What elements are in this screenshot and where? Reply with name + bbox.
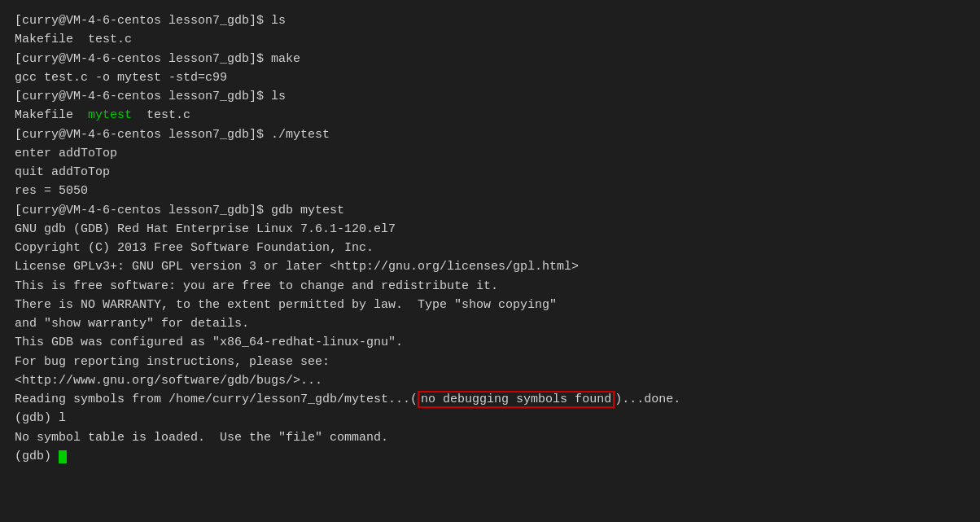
line-text: License GPLv3+: GNU GPL version 3 or lat… [15,260,579,274]
line-text: (gdb) l [15,411,66,425]
line-text: GNU gdb (GDB) Red Hat Enterprise Linux 7… [15,222,396,236]
terminal-line: enter addToTop [15,144,965,163]
terminal-line: For bug reporting instructions, please s… [15,353,965,371]
terminal-line: This is free software: you are free to c… [15,277,965,296]
line-text: This GDB was configured as "x86_64-redha… [15,336,403,349]
line-text: This is free software: you are free to c… [15,279,498,293]
line-text: Makefile test.c [15,33,132,46]
line-text: res = 5050 [15,184,88,198]
line-text: [curry@VM-4-6-centos lesson7_gdb]$ ls [15,14,286,28]
line-text: quit addToTop [15,165,110,179]
line-text-before: Reading symbols from /home/curry/lesson7… [15,393,418,406]
line-text: Makefile mytest test.c [15,108,190,122]
terminal-line: quit addToTop [15,163,965,182]
terminal-line: No symbol table is loaded. Use the "file… [15,428,965,447]
terminal-cursor [59,450,67,463]
executable-file: mytest [88,108,132,122]
terminal-line: and "show warranty" for details. [15,314,965,333]
terminal-line: [curry@VM-4-6-centos lesson7_gdb]$ ls [15,11,965,30]
prompt-text: (gdb) [15,450,59,463]
line-text: [curry@VM-4-6-centos lesson7_gdb]$ gdb m… [15,204,344,217]
terminal-line: GNU gdb (GDB) Red Hat Enterprise Linux 7… [15,220,965,239]
terminal-window: [curry@VM-4-6-centos lesson7_gdb]$ ls Ma… [0,0,980,522]
line-text: No symbol table is loaded. Use the "file… [15,431,388,445]
line-text: [curry@VM-4-6-centos lesson7_gdb]$ ./myt… [15,128,330,142]
terminal-line: gcc test.c -o mytest -std=c99 [15,68,965,87]
terminal-line-symbols: Reading symbols from /home/curry/lesson7… [15,390,965,409]
terminal-line: (gdb) l [15,409,965,428]
terminal-line: There is NO WARRANTY, to the extent perm… [15,296,965,314]
line-text: enter addToTop [15,147,117,160]
line-text: <http://www.gnu.org/software/gdb/bugs/>.… [15,374,322,388]
terminal-line: [curry@VM-4-6-centos lesson7_gdb]$ ./myt… [15,125,965,144]
no-debug-symbols-warning: no debugging symbols found [418,391,615,408]
terminal-line: res = 5050 [15,182,965,200]
terminal-line: This GDB was configured as "x86_64-redha… [15,333,965,352]
terminal-line: License GPLv3+: GNU GPL version 3 or lat… [15,257,965,276]
line-text: For bug reporting instructions, please s… [15,355,330,369]
terminal-line: [curry@VM-4-6-centos lesson7_gdb]$ gdb m… [15,201,965,220]
terminal-line: [curry@VM-4-6-centos lesson7_gdb]$ ls [15,87,965,106]
terminal-line: Makefile mytest test.c [15,106,965,125]
line-text: Copyright (C) 2013 Free Software Foundat… [15,241,374,255]
terminal-prompt-line: (gdb) [15,447,965,466]
terminal-line: Makefile test.c [15,30,965,49]
line-text-after: )...done. [615,393,680,406]
line-text: gcc test.c -o mytest -std=c99 [15,71,227,85]
terminal-line: [curry@VM-4-6-centos lesson7_gdb]$ make [15,50,965,68]
line-text: There is NO WARRANTY, to the extent perm… [15,298,557,312]
line-text: [curry@VM-4-6-centos lesson7_gdb]$ ls [15,90,286,103]
line-text: and "show warranty" for details. [15,317,249,331]
terminal-line: <http://www.gnu.org/software/gdb/bugs/>.… [15,371,965,390]
terminal-line: Copyright (C) 2013 Free Software Foundat… [15,239,965,257]
line-text: [curry@VM-4-6-centos lesson7_gdb]$ make [15,52,300,66]
